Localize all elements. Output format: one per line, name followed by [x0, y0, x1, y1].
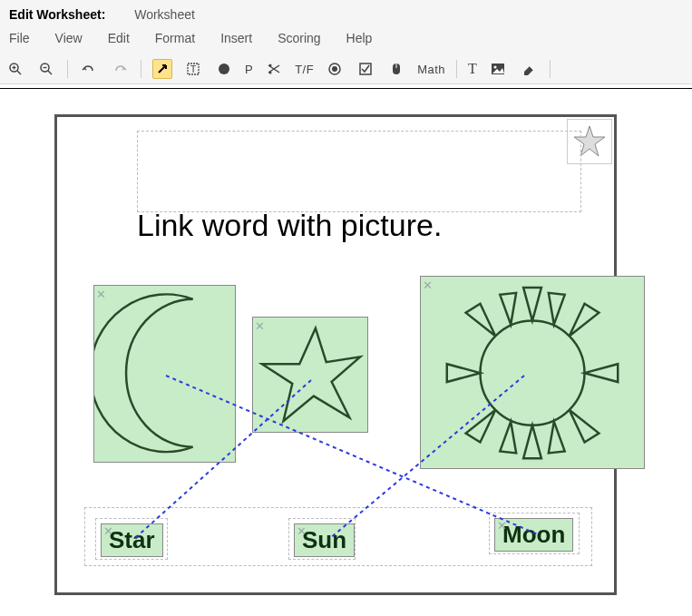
worksheet-name[interactable]: Worksheet [134, 7, 195, 22]
radio-icon[interactable] [325, 59, 345, 79]
svg-point-13 [332, 66, 337, 72]
svg-line-5 [48, 71, 52, 74]
svg-point-18 [494, 66, 497, 69]
zoom-out-icon[interactable] [36, 59, 56, 79]
checkbox-icon[interactable] [356, 59, 375, 79]
toolbar-separator [67, 60, 68, 78]
svg-rect-14 [360, 64, 371, 74]
image-box-moon[interactable]: ✕ [93, 285, 236, 463]
word-label: Star [109, 526, 155, 553]
star-icon [253, 318, 367, 432]
selection-outline [137, 131, 581, 212]
truefalse-tool[interactable]: T/F [295, 63, 314, 76]
word-label: Moon [502, 521, 565, 548]
pointer-tool-icon[interactable] [152, 59, 172, 79]
shuffle-icon[interactable] [264, 59, 284, 79]
undo-icon[interactable] [79, 59, 99, 79]
word-box-moon[interactable]: ✕ Moon [494, 518, 573, 552]
menu-file[interactable]: File [5, 29, 34, 47]
math-tool[interactable]: Math [417, 63, 445, 76]
circle-fill-icon[interactable] [214, 59, 234, 79]
menu-scoring[interactable]: Scoring [274, 29, 324, 47]
word-label: Sun [302, 526, 346, 553]
toolbar: T P T/F Math T [0, 54, 692, 84]
menu-edit[interactable]: Edit [104, 29, 133, 47]
close-icon[interactable]: ✕ [297, 524, 307, 538]
instruction-text[interactable]: Link word with picture. [137, 208, 442, 243]
toolbar-separator [550, 60, 551, 78]
image-box-star[interactable]: ✕ [252, 317, 368, 433]
textbox-tool-icon[interactable]: T [183, 59, 203, 79]
svg-point-11 [269, 72, 272, 74]
menu-format[interactable]: Format [151, 29, 199, 47]
paragraph-tool[interactable]: P [245, 63, 253, 76]
toolbar-separator [456, 60, 457, 78]
eraser-icon[interactable] [519, 59, 539, 79]
word-box-star[interactable]: ✕ Star [101, 523, 163, 557]
svg-text:T: T [190, 64, 197, 74]
zoom-in-icon[interactable] [5, 59, 25, 79]
canvas-area[interactable]: Link word with picture. ✕ ✕ ✕ [0, 89, 692, 604]
redo-icon[interactable] [110, 59, 130, 79]
mouse-icon[interactable] [386, 59, 406, 79]
title-bar: Edit Worksheet: Worksheet [0, 0, 692, 27]
menu-bar: File View Edit Format Insert Scoring Hel… [0, 27, 692, 54]
svg-line-1 [17, 71, 21, 74]
close-icon[interactable]: ✕ [497, 519, 507, 533]
menu-view[interactable]: View [52, 29, 86, 47]
image-tool-icon[interactable] [488, 59, 508, 79]
toolbar-separator [141, 60, 141, 78]
text-tool[interactable]: T [468, 61, 477, 77]
moon-icon [94, 286, 235, 462]
title-label: Edit Worksheet: [9, 7, 105, 22]
menu-insert[interactable]: Insert [217, 29, 256, 47]
svg-point-19 [480, 321, 584, 425]
sun-icon [421, 277, 644, 468]
svg-point-9 [219, 64, 229, 74]
word-box-sun[interactable]: ✕ Sun [294, 523, 355, 557]
image-box-sun[interactable]: ✕ [420, 276, 645, 469]
close-icon[interactable]: ✕ [103, 524, 113, 538]
worksheet-page[interactable]: Link word with picture. ✕ ✕ ✕ [54, 114, 617, 595]
svg-point-10 [269, 64, 272, 67]
menu-help[interactable]: Help [343, 29, 376, 47]
